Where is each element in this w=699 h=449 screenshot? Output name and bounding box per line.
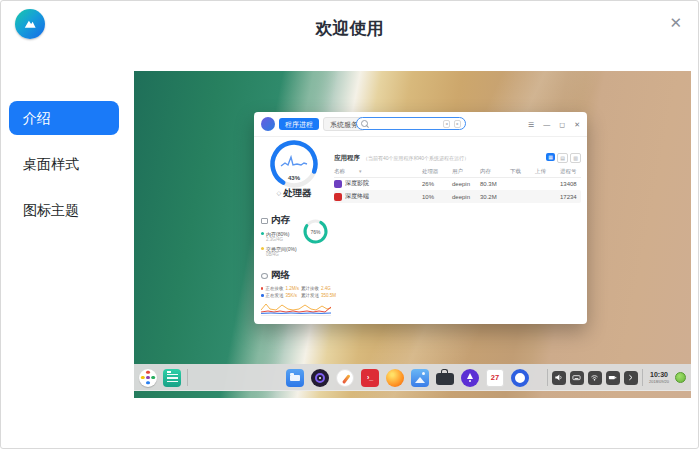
col-memory: 内存 bbox=[480, 168, 510, 175]
net-recv-total-label: 累计接收 bbox=[301, 286, 319, 291]
sort-icon: ▾ bbox=[359, 168, 362, 174]
minimize-icon: — bbox=[543, 121, 550, 128]
net-recv-total-value: 2.4G bbox=[321, 286, 331, 291]
table-row: 深度影院 26% deepin 80.3M 13408 bbox=[334, 177, 581, 190]
process-cpu: 26% bbox=[422, 181, 452, 187]
cpu-bullet-icon: ◇ bbox=[276, 190, 281, 196]
monitor-logo-icon bbox=[261, 117, 275, 131]
sidebar-item-desktop-style[interactable]: 桌面样式 bbox=[9, 147, 119, 181]
process-name: 深度终端 bbox=[345, 192, 369, 201]
apps-subtitle: （当前有40个应用程序和40个系统进程在运行） bbox=[363, 155, 469, 161]
net-send-value: 35K/s bbox=[286, 293, 298, 298]
col-user: 用户 bbox=[452, 168, 480, 175]
memory-gauge: 76% bbox=[302, 218, 329, 245]
memory-dot-icon bbox=[261, 232, 264, 235]
process-table-panel: 应用程序 （当前有40个应用程序和40个系统进程在运行） ▦ ▤ ▥ 名称▾ 处… bbox=[334, 136, 587, 324]
keyboard-icon bbox=[570, 371, 584, 385]
process-name: 深度影院 bbox=[345, 179, 369, 188]
dock-divider bbox=[642, 369, 643, 386]
menu-icon: ☰ bbox=[528, 121, 534, 128]
briefcase-icon bbox=[436, 373, 454, 385]
process-memory: 30.2M bbox=[480, 194, 510, 200]
col-name: 名称 bbox=[334, 168, 345, 174]
expand-icon bbox=[624, 371, 638, 385]
desktop-preview: 程序进程 系统服务 ◂ ▸ ☰ — ◻ ✕ bbox=[134, 71, 691, 398]
search-next-icon: ▸ bbox=[454, 120, 461, 128]
network-chart bbox=[261, 300, 331, 316]
swap-legend-label: 交换空间(0%) bbox=[266, 246, 297, 252]
col-download: 下载 bbox=[510, 168, 535, 175]
memory-section: 内存 内存(80%) 2.3G/4G 交换空间(0%) 0B/4G 76% bbox=[261, 214, 332, 257]
close-icon[interactable]: ✕ bbox=[669, 15, 682, 30]
app-icon bbox=[334, 180, 342, 188]
net-recv-label: 正在接收 bbox=[265, 286, 283, 291]
swap-dot-icon bbox=[261, 247, 264, 250]
process-memory: 80.3M bbox=[480, 181, 510, 187]
power-icon bbox=[675, 372, 686, 383]
photos-icon bbox=[411, 369, 429, 387]
send-dot-icon bbox=[261, 294, 264, 297]
view-list-icon: ▤ bbox=[557, 153, 568, 163]
app-store-icon bbox=[461, 369, 479, 387]
process-user: deepin bbox=[452, 181, 480, 187]
system-monitor-icon bbox=[163, 369, 181, 387]
wifi-icon bbox=[588, 371, 602, 385]
monitor-sidepanel: 43% ◇处理器 内存 内存(80%) 2.3G/4G 交换空间(0%) 0B/ bbox=[254, 136, 334, 324]
memory-legend-label: 内存(80%) bbox=[266, 231, 289, 237]
memory-title: 内存 bbox=[271, 214, 290, 227]
search-icon bbox=[361, 120, 368, 127]
search-input: ◂ ▸ bbox=[356, 117, 466, 130]
col-pid: 进程号 bbox=[560, 168, 581, 175]
receive-dot-icon bbox=[261, 287, 263, 290]
apps-title: 应用程序 bbox=[334, 154, 360, 163]
clock-time: 10:30 bbox=[650, 371, 668, 378]
cpu-percent: 43% bbox=[268, 175, 320, 181]
dock: ›_ 27 10:30 2018/09/20 bbox=[134, 364, 691, 391]
launcher-icon bbox=[139, 369, 157, 387]
sidebar-item-intro[interactable]: 介绍 bbox=[9, 101, 119, 135]
volume-icon bbox=[552, 371, 566, 385]
col-upload: 上传 bbox=[535, 168, 560, 175]
process-pid: 13408 bbox=[560, 181, 581, 187]
file-manager-icon bbox=[286, 369, 304, 387]
network-icon bbox=[261, 273, 268, 279]
draw-icon bbox=[336, 369, 354, 387]
network-title: 网络 bbox=[271, 269, 290, 282]
net-send-total-label: 累计发送 bbox=[301, 293, 319, 298]
control-center-icon bbox=[511, 369, 529, 387]
close-window-icon: ✕ bbox=[574, 121, 580, 128]
system-monitor-window: 程序进程 系统服务 ◂ ▸ ☰ — ◻ ✕ bbox=[254, 112, 587, 324]
app-icon bbox=[334, 193, 342, 201]
tab-processes: 程序进程 bbox=[279, 118, 319, 130]
process-user: deepin bbox=[452, 194, 480, 200]
dock-divider bbox=[547, 369, 548, 386]
memory-icon bbox=[261, 218, 268, 224]
cpu-label: 处理器 bbox=[283, 187, 312, 198]
table-row: 深度终端 10% deepin 30.2M 17234 bbox=[334, 190, 581, 203]
battery-icon bbox=[606, 371, 620, 385]
cpu-gauge: 43% bbox=[268, 138, 320, 190]
terminal-icon: ›_ bbox=[361, 369, 379, 387]
view-grid-icon: ▦ bbox=[546, 153, 555, 161]
monitor-titlebar: 程序进程 系统服务 ◂ ▸ ☰ — ◻ ✕ bbox=[254, 112, 587, 137]
memory-percent: 76% bbox=[302, 218, 329, 245]
clock-date: 2018/09/20 bbox=[649, 380, 669, 384]
sidebar: 介绍 桌面样式 图标主题 bbox=[9, 101, 119, 239]
sidebar-item-icon-theme[interactable]: 图标主题 bbox=[9, 193, 119, 227]
net-recv-value: 1.2M/s bbox=[285, 286, 299, 291]
view-tree-icon: ▥ bbox=[570, 153, 581, 163]
net-send-label: 正在发送 bbox=[266, 293, 284, 298]
camera-icon bbox=[311, 369, 329, 387]
page-title: 欢迎使用 bbox=[1, 17, 698, 40]
swap-legend-sub: 0B/4G bbox=[266, 252, 332, 257]
firefox-icon bbox=[386, 369, 404, 387]
process-cpu: 10% bbox=[422, 194, 452, 200]
col-cpu: 处理器 bbox=[422, 168, 452, 175]
window-controls: ☰ — ◻ ✕ bbox=[528, 121, 580, 128]
maximize-icon: ◻ bbox=[559, 121, 565, 128]
search-prev-icon: ◂ bbox=[443, 120, 450, 128]
dock-divider bbox=[187, 369, 188, 386]
welcome-dialog: 欢迎使用 ✕ 介绍 桌面样式 图标主题 程序进程 系统服务 ◂ ▸ ☰ — ◻ bbox=[0, 0, 699, 449]
calendar-icon: 27 bbox=[486, 369, 504, 387]
process-pid: 17234 bbox=[560, 194, 581, 200]
